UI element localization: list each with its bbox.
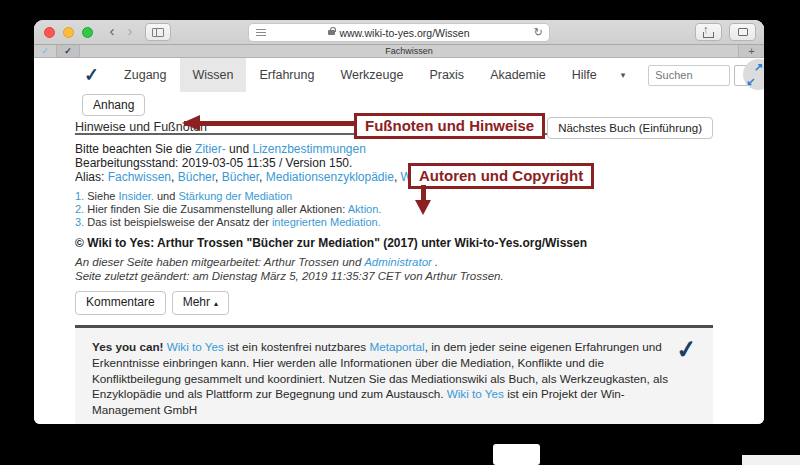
footnote-link[interactable]: Insider. (118, 190, 153, 202)
pinned-tab-2[interactable]: ✓ (57, 45, 80, 57)
site-logo-check-icon[interactable]: ✓ (83, 64, 100, 87)
tabs-icon (738, 28, 748, 36)
address-bar[interactable]: www.wiki-to-yes.org/Wissen ↻ (248, 23, 550, 42)
comments-button[interactable]: Kommentare (75, 291, 166, 315)
contributors-line: An dieser Seite haben mitgearbeitet: Art… (75, 256, 764, 270)
citation-notice: Bitte beachten Sie die Zitier- und Lizen… (75, 143, 764, 157)
chevron-down-icon: ▾ (621, 70, 626, 80)
alias-link[interactable]: Mediationsenzyklopädie (266, 170, 394, 184)
site-footer-box: Yes you can! Wiki to Yes ist ein kostenf… (75, 325, 713, 424)
annotation-arrow-left-head (182, 115, 200, 131)
footnote-link[interactable]: Aktion. (348, 203, 382, 215)
site-navbar: ✓ Zugang Wissen Erfahrung Werkzeuge Prax… (34, 58, 764, 92)
alias-link[interactable]: Fachwissen (108, 170, 171, 184)
tab-overview-button[interactable] (729, 23, 756, 41)
tab-bar: ✓ ✓ Fachwissen + (34, 45, 764, 58)
reader-icon[interactable] (256, 29, 266, 36)
copyright-line: © Wiki to Yes: Arthur Trossen "Bücher zu… (75, 236, 764, 250)
share-icon: ↑ (703, 24, 714, 38)
new-tab-button[interactable]: + (738, 45, 764, 57)
footnote-link[interactable]: integrierten Mediation. (272, 216, 381, 228)
minimize-window-button[interactable] (63, 27, 74, 38)
background-window-fragment (742, 455, 800, 465)
annotation-arrow-left-shaft (184, 121, 354, 126)
anhang-button[interactable]: Anhang (82, 94, 145, 116)
sidebar-icon (152, 28, 164, 37)
annotation-footnotes-box: Fußnoten und Hinweise (354, 113, 545, 139)
nav-item-wissen[interactable]: Wissen (180, 58, 247, 92)
alias-link[interactable]: Bücher (178, 170, 215, 184)
footnote-number[interactable]: 2. (75, 203, 84, 215)
resize-arrow-ne-icon: ↗ (754, 61, 763, 74)
annotation-arrow-down-shaft (421, 185, 426, 200)
footer-intro: Yes you can! Wiki to Yes ist ein kostenf… (92, 339, 692, 417)
nav-item-werkzeuge[interactable]: Werkzeuge (327, 58, 416, 92)
next-book-button[interactable]: Nächstes Buch (Einführung) (547, 117, 713, 139)
pinned-tab-1[interactable]: ✓ (34, 45, 57, 57)
title-bar: ‹ › www.wiki-to-yes.org/Wissen ↻ ↑ (34, 20, 764, 45)
zitier-link[interactable]: Zitier- (195, 142, 226, 156)
fullscreen-toggle-button[interactable]: ↗ ↙ (743, 59, 764, 90)
search-input[interactable] (648, 65, 730, 86)
background-window-fragment (493, 444, 540, 465)
last-modified-line: Seite zuletzt geändert: am Dienstag März… (75, 270, 764, 284)
nav-item-erfahrung[interactable]: Erfahrung (246, 58, 327, 92)
wiki-to-yes-link[interactable]: Wiki to Yes (167, 340, 224, 353)
check-icon: ✓ (64, 46, 72, 56)
page-content: Anhang Hinweise und Fußnoten Nächstes Bu… (34, 92, 764, 424)
nav-item-akademie[interactable]: Akademie (477, 58, 559, 92)
nav-item-praxis[interactable]: Praxis (416, 58, 477, 92)
reload-button[interactable]: ↻ (534, 26, 543, 39)
sidebar-toggle-button[interactable] (145, 23, 171, 41)
annotation-arrow-down-head (415, 200, 431, 215)
footnote-link[interactable]: Stärkung der Mediation (178, 190, 292, 202)
share-button[interactable]: ↑ (695, 23, 722, 41)
lizenz-link[interactable]: Lizenzbestimmungen (252, 142, 365, 156)
zoom-window-button[interactable] (82, 27, 93, 38)
lock-icon (328, 30, 335, 35)
metaportal-link[interactable]: Metaportal (369, 340, 424, 353)
footnote-number[interactable]: 3. (75, 216, 84, 228)
nav-item-zugang[interactable]: Zugang (111, 58, 179, 92)
back-button[interactable]: ‹ (103, 23, 121, 41)
close-window-button[interactable] (44, 27, 55, 38)
caret-up-icon: ▴ (214, 299, 218, 308)
browser-window: ‹ › www.wiki-to-yes.org/Wissen ↻ ↑ ✓ ✓ (34, 20, 764, 424)
url-text: www.wiki-to-yes.org/Wissen (339, 27, 469, 39)
alias-link[interactable]: Bücher (222, 170, 259, 184)
tab-title: Fachwissen (385, 46, 433, 56)
annotation-authors-box: Autoren und Copyright (408, 163, 594, 189)
footnote-item: 3. Das ist beispielsweise der Ansatz der… (75, 216, 764, 229)
administrator-link[interactable]: Administrator (364, 256, 432, 268)
check-icon: ✓ (41, 46, 49, 56)
wiki-to-yes-link[interactable]: Wiki to Yes (447, 387, 504, 400)
forward-button[interactable]: › (121, 23, 139, 41)
nav-more-dropdown[interactable]: ▾ (610, 58, 637, 92)
nav-item-hilfe[interactable]: Hilfe (559, 58, 610, 92)
footnote-number[interactable]: 1. (75, 190, 84, 202)
traffic-lights (44, 27, 93, 38)
active-tab[interactable]: Fachwissen (80, 45, 738, 57)
more-button[interactable]: Mehr▴ (172, 291, 229, 315)
resize-arrow-sw-icon: ↙ (746, 75, 755, 88)
check-icon: ✓ (675, 334, 699, 365)
